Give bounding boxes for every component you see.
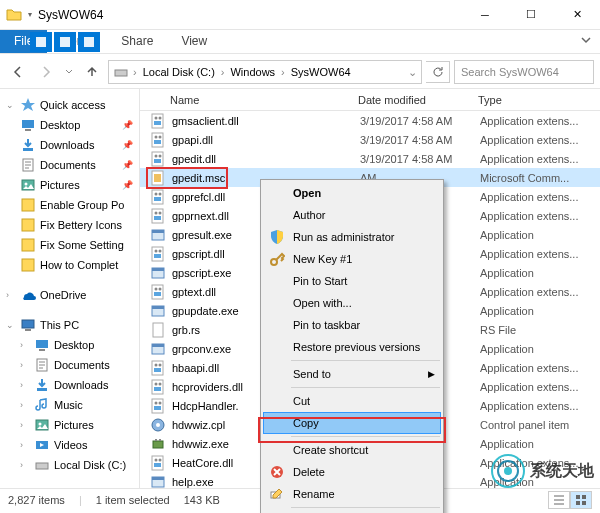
nav-pc-item[interactable]: › Pictures — [0, 415, 139, 435]
nav-quick-item[interactable]: Downloads📌 — [0, 135, 139, 155]
menu-item[interactable]: Restore previous versions — [263, 336, 441, 358]
col-date[interactable]: Date modified — [350, 94, 470, 106]
qat-btn-3[interactable] — [78, 32, 100, 52]
nav-pc-item[interactable]: › Local Disk (C:) — [0, 455, 139, 475]
back-button[interactable] — [6, 60, 30, 84]
menu-item[interactable]: Delete — [263, 461, 441, 483]
recent-dropdown[interactable] — [62, 60, 76, 84]
svg-rect-2 — [84, 37, 94, 47]
nav-quick-item[interactable]: Fix Some Setting — [0, 235, 139, 255]
svg-point-34 — [155, 154, 158, 157]
file-icon — [150, 246, 166, 262]
svg-rect-19 — [37, 388, 47, 391]
col-name[interactable]: Name — [140, 94, 350, 106]
menu-item[interactable]: Send to ▶ — [263, 363, 441, 385]
svg-rect-87 — [582, 495, 586, 499]
nav-pc-item[interactable]: › Music — [0, 395, 139, 415]
svg-rect-11 — [22, 219, 34, 231]
nav-this-pc[interactable]: ⌄ This PC — [0, 315, 139, 335]
file-icon — [150, 189, 166, 205]
svg-point-76 — [156, 423, 160, 427]
nav-quick-item[interactable]: Pictures📌 — [0, 175, 139, 195]
svg-rect-77 — [153, 441, 163, 448]
key-icon — [269, 251, 285, 267]
nav-quick-item[interactable]: Enable Group Po — [0, 195, 139, 215]
rename-icon — [269, 486, 285, 502]
up-button[interactable] — [80, 60, 104, 84]
svg-point-27 — [159, 116, 162, 119]
forward-button[interactable] — [34, 60, 58, 84]
menu-item[interactable]: Author — [263, 204, 441, 226]
nav-quick-item[interactable]: How to Complet — [0, 255, 139, 275]
titlebar: ▾ SysWOW64 ─ ☐ ✕ — [0, 0, 600, 30]
nav-onedrive[interactable]: › OneDrive — [0, 285, 139, 305]
crumb-0[interactable]: Local Disk (C:) — [141, 66, 217, 78]
breadcrumb[interactable]: › Local Disk (C:) › Windows › SysWOW64 ⌄ — [108, 60, 422, 84]
nav-quick-item[interactable]: Documents📌 — [0, 155, 139, 175]
folder-icon — [6, 7, 22, 23]
svg-rect-29 — [154, 140, 161, 144]
chevron-down-icon[interactable]: ⌄ — [408, 66, 417, 79]
menu-item[interactable]: Create shortcut — [263, 439, 441, 461]
svg-rect-33 — [154, 159, 161, 163]
menu-separator — [291, 507, 440, 508]
refresh-button[interactable] — [426, 61, 450, 83]
crumb-2[interactable]: SysWOW64 — [289, 66, 353, 78]
nav-quick-item[interactable]: Desktop📌 — [0, 115, 139, 135]
tab-share[interactable]: Share — [107, 30, 167, 53]
file-icon — [150, 284, 166, 300]
svg-point-95 — [504, 467, 512, 475]
col-type[interactable]: Type — [470, 94, 600, 106]
svg-point-41 — [159, 192, 162, 195]
svg-point-83 — [159, 458, 162, 461]
crumb-1[interactable]: Windows — [228, 66, 277, 78]
menu-item[interactable]: Open with... — [263, 292, 441, 314]
table-row[interactable]: gpedit.dll 3/19/2017 4:58 AM Application… — [140, 149, 600, 168]
menu-item[interactable]: Rename — [263, 483, 441, 505]
drop-icon[interactable]: ▾ — [28, 10, 32, 19]
menu-item[interactable]: Cut — [263, 390, 441, 412]
svg-rect-25 — [154, 121, 161, 125]
table-row[interactable]: gpapi.dll 3/19/2017 4:58 AM Application … — [140, 130, 600, 149]
view-large-button[interactable] — [570, 491, 592, 509]
svg-rect-37 — [154, 174, 161, 182]
svg-point-31 — [159, 135, 162, 138]
nav-pc-item[interactable]: › Downloads — [0, 375, 139, 395]
svg-rect-78 — [155, 439, 157, 441]
nav-icon — [34, 457, 50, 473]
menu-item[interactable]: Copy — [263, 412, 441, 434]
search-input[interactable]: Search SysWOW64 — [454, 60, 594, 84]
expand-ribbon-icon[interactable] — [572, 30, 600, 53]
qat-btn-2[interactable] — [54, 32, 76, 52]
nav-icon — [34, 357, 50, 373]
svg-rect-23 — [36, 463, 48, 469]
nav-pc-item[interactable]: › Videos — [0, 435, 139, 455]
nav-quick-access[interactable]: ⌄ Quick access — [0, 95, 139, 115]
nav-quick-item[interactable]: Fix Bettery Icons — [0, 215, 139, 235]
nav-pc-item[interactable]: › Documents — [0, 355, 139, 375]
svg-point-30 — [155, 135, 158, 138]
nav-icon — [34, 437, 50, 453]
table-row[interactable]: gmsaclient.dll 3/19/2017 4:58 AM Applica… — [140, 111, 600, 130]
svg-rect-89 — [582, 501, 586, 505]
menu-item[interactable]: Pin to Start — [263, 270, 441, 292]
svg-point-70 — [159, 382, 162, 385]
nav-icon — [20, 157, 36, 173]
window-title: SysWOW64 — [38, 8, 462, 22]
svg-rect-60 — [153, 323, 163, 337]
tab-view[interactable]: View — [167, 30, 221, 53]
svg-rect-14 — [22, 320, 34, 328]
menu-item[interactable]: Pin to taskbar — [263, 314, 441, 336]
file-icon — [150, 398, 166, 414]
view-details-button[interactable] — [548, 491, 570, 509]
nav-pc-item[interactable]: › Desktop — [0, 335, 139, 355]
menu-item[interactable]: New Key #1 — [263, 248, 441, 270]
minimize-button[interactable]: ─ — [462, 0, 508, 30]
qat-btn-1[interactable] — [30, 32, 52, 52]
close-button[interactable]: ✕ — [554, 0, 600, 30]
file-icon — [150, 360, 166, 376]
menu-item[interactable]: Run as administrator — [263, 226, 441, 248]
menu-item[interactable]: Open — [263, 182, 441, 204]
svg-rect-53 — [152, 268, 164, 271]
maximize-button[interactable]: ☐ — [508, 0, 554, 30]
